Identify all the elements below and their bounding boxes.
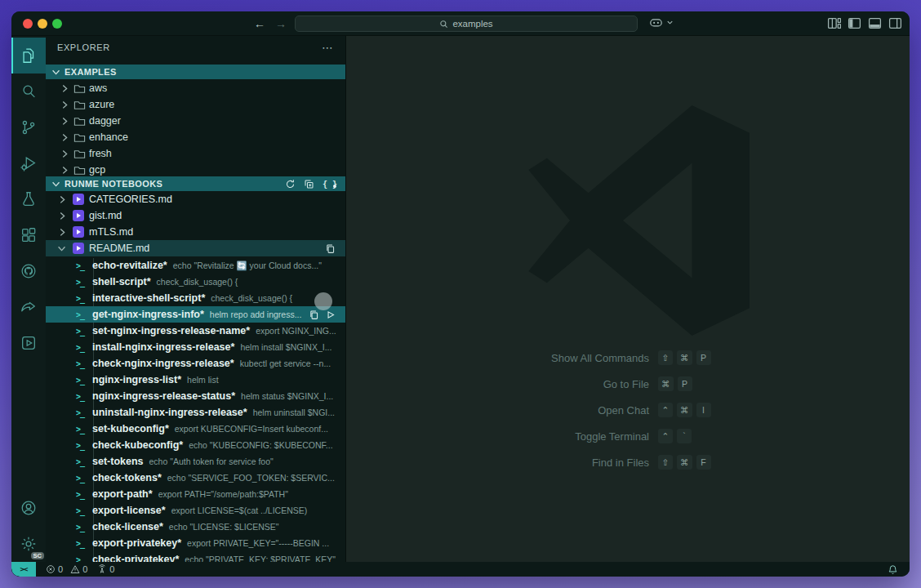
- notebook-cell-row[interactable]: >_ export-path* export PATH="/some/path:…: [46, 486, 345, 502]
- cell-actions: [309, 310, 345, 320]
- shortcut-label: Show All Commands: [346, 352, 649, 364]
- notebook-cell-row[interactable]: >_ check-tokens* echo "SERVICE_FOO_TOKEN…: [46, 470, 345, 486]
- toggle-bottom-panel-icon[interactable]: [868, 16, 882, 30]
- notebook-cell-row[interactable]: >_ set-tokens echo "Auth token for servi…: [46, 453, 345, 470]
- activity-settings[interactable]: SC: [11, 526, 46, 562]
- activity-share[interactable]: [11, 289, 46, 325]
- copy-icon[interactable]: [325, 243, 336, 254]
- remote-indicator-icon: ><: [20, 565, 28, 573]
- braces-icon[interactable]: { }: [323, 180, 337, 189]
- notebook-cell-row[interactable]: >_ echo-revitalize* echo "Revitalize 🔄 y…: [46, 257, 345, 274]
- notebook-file-row[interactable]: CATEGORIES.md: [46, 191, 345, 207]
- bell-icon[interactable]: [888, 564, 898, 575]
- copy-icon[interactable]: [309, 310, 319, 320]
- key-chip: ⇧: [658, 455, 673, 470]
- key-chip: ⌃: [658, 429, 673, 443]
- cell-name: check-nginx-ingress-release*: [92, 358, 234, 369]
- notebook-file-row[interactable]: gist.md: [46, 207, 345, 224]
- notebook-cell-row[interactable]: >_ nginx-ingress-release-status* helm st…: [46, 388, 345, 404]
- activity-explorer[interactable]: [11, 38, 46, 74]
- notebook-cell-row[interactable]: >_ check-kubeconfig* echo "KUBECONFIG: $…: [46, 437, 345, 453]
- runme-notebook-icon: [73, 226, 84, 238]
- runme-notebook-icon: [73, 210, 84, 221]
- cell-command-preview: echo "Revitalize 🔄 your Cloud docs...": [173, 261, 322, 271]
- new-notebook-icon[interactable]: [304, 179, 314, 189]
- section-header-examples[interactable]: EXAMPLES: [46, 65, 345, 79]
- minimize-window-button[interactable]: [38, 19, 47, 29]
- run-and-debug-icon: [20, 154, 38, 172]
- shortcut-keys: ⇧ ⌘ F: [658, 455, 711, 470]
- notebook-file-row[interactable]: README.md: [46, 240, 345, 256]
- folder-row[interactable]: dagger: [46, 113, 345, 129]
- shortcut-row: Find in Files ⇧ ⌘ F: [346, 449, 910, 475]
- back-button[interactable]: ←: [251, 16, 268, 32]
- folder-icon: [73, 148, 86, 160]
- ports-status[interactable]: 0: [97, 564, 114, 574]
- run-cell-icon[interactable]: [325, 310, 336, 320]
- notebook-cell-row[interactable]: >_ set-kubeconfig* export KUBECONFIG=Ins…: [46, 421, 345, 437]
- shortcut-keys: ⌘ P: [658, 376, 692, 391]
- notebook-cell-row[interactable]: >_ shell-script* check_disk_usage() {: [46, 274, 345, 290]
- remote-indicator[interactable]: ><: [11, 562, 36, 577]
- shortcut-row: Toggle Terminal ⌃ `: [346, 423, 910, 449]
- refresh-icon[interactable]: [285, 179, 296, 189]
- activity-extensions[interactable]: [11, 217, 46, 253]
- notebook-cell-row[interactable]: >_ interactive-shell-script* check_disk_…: [46, 290, 345, 306]
- activity-testing[interactable]: [11, 181, 46, 217]
- chevron-icon: [56, 243, 68, 254]
- chevron-right-icon: [59, 115, 70, 127]
- shortcut-keys: ⌃ `: [658, 429, 692, 443]
- section-label: RUNME NOTEBOOKS: [65, 179, 162, 189]
- search-value: examples: [452, 19, 492, 29]
- forward-button[interactable]: →: [273, 16, 289, 32]
- customize-layout-icon[interactable]: [827, 16, 841, 30]
- activity-runme[interactable]: [11, 325, 46, 361]
- notebook-cell-row[interactable]: >_ check-license* echo "LICENSE: $LICENS…: [46, 519, 345, 535]
- folder-row[interactable]: gcp: [46, 162, 345, 178]
- notebook-cell-row[interactable]: >_ check-nginx-ingress-release* kubectl …: [46, 355, 345, 372]
- zoom-window-button[interactable]: [52, 19, 62, 29]
- toggle-left-panel-icon[interactable]: [848, 16, 861, 30]
- activity-github[interactable]: [11, 253, 46, 289]
- notebook-cell-row[interactable]: >_ export-license* export LICENSE=$(cat …: [46, 502, 345, 519]
- activity-accounts[interactable]: [11, 490, 46, 526]
- terminal-icon: >_: [76, 278, 88, 287]
- toggle-right-panel-icon[interactable]: [888, 16, 902, 30]
- chevron-down-icon: [51, 66, 62, 78]
- activity-search[interactable]: [11, 74, 46, 109]
- key-chip: ⌃: [658, 403, 673, 417]
- cell-name: interactive-shell-script*: [92, 292, 205, 304]
- notebook-cell-row[interactable]: >_ install-nginx-ingress-release* helm i…: [46, 339, 345, 355]
- cell-command-preview: echo "Auth token for service foo": [149, 457, 274, 466]
- folder-row[interactable]: azure: [46, 96, 345, 113]
- section-header-runme-notebooks[interactable]: RUNME NOTEBOOKS { }: [46, 176, 345, 191]
- notebook-cell-row[interactable]: >_ set-nginx-ingress-release-name* expor…: [46, 323, 345, 339]
- shortcut-row: Show All Commands ⇧ ⌘ P: [346, 345, 910, 371]
- error-icon: [46, 564, 56, 574]
- folder-row[interactable]: fresh: [46, 145, 345, 162]
- problems-status[interactable]: 0 0: [46, 564, 87, 574]
- notebook-file-row[interactable]: mTLS.md: [46, 224, 345, 240]
- activity-source-control[interactable]: [11, 109, 46, 145]
- activity-run-and-debug[interactable]: [11, 145, 46, 181]
- cell-command-preview: echo "PRIVATE_KEY: $PRIVATE_KEY": [185, 555, 336, 562]
- more-actions-icon[interactable]: ⋯: [322, 41, 334, 54]
- folder-row[interactable]: aws: [46, 80, 345, 96]
- terminal-icon: >_: [76, 457, 88, 466]
- notebook-cell-row[interactable]: >_ uninstall-nginx-ingress-release* helm…: [46, 404, 345, 421]
- folder-row[interactable]: enhance: [46, 129, 345, 145]
- cell-command-preview: echo "KUBECONFIG: $KUBECONF...: [189, 440, 332, 450]
- warning-icon: [70, 564, 80, 574]
- command-center-search[interactable]: examples: [295, 16, 638, 32]
- notebook-file-name: mTLS.md: [89, 226, 133, 238]
- notebook-cell-row[interactable]: >_ check-privatekey* echo "PRIVATE_KEY: …: [46, 551, 345, 562]
- notebook-cell-row[interactable]: >_ get-nginx-ingress-info* helm repo add…: [46, 306, 345, 323]
- notebook-cell-row[interactable]: >_ nginx-ingress-list* helm list: [46, 372, 345, 388]
- notebook-cell-row[interactable]: >_ export-privatekey* export PRIVATE_KEY…: [46, 535, 345, 551]
- folder-name: enhance: [89, 131, 128, 143]
- cell-name: echo-revitalize*: [92, 260, 167, 271]
- copilot-menu-button[interactable]: [648, 15, 674, 30]
- terminal-icon: >_: [76, 555, 88, 563]
- share-icon: [20, 298, 38, 316]
- close-window-button[interactable]: [23, 19, 33, 29]
